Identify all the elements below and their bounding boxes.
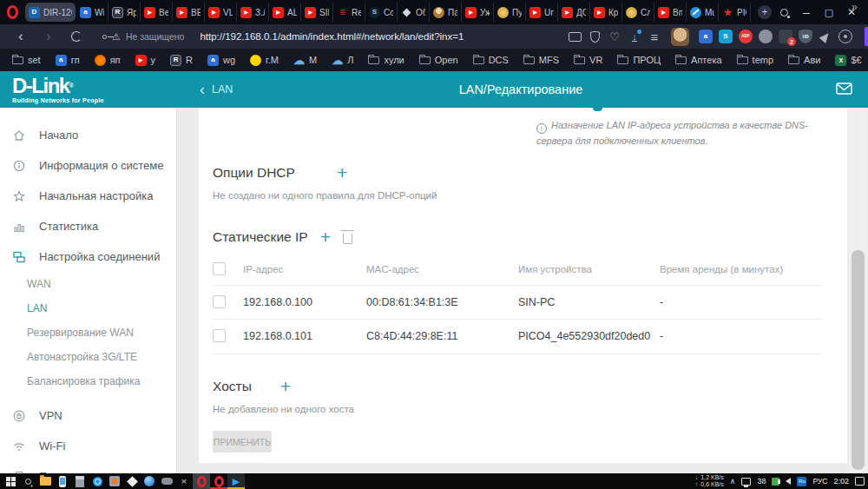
- bookmark-item[interactable]: $€: [835, 55, 861, 66]
- bookmark-heart-icon[interactable]: [608, 30, 621, 43]
- easy-setup-menu-icon[interactable]: [648, 30, 661, 43]
- extension-icon[interactable]: [759, 30, 773, 43]
- taskbar-app-button[interactable]: [89, 473, 106, 489]
- apply-button[interactable]: ПРИМЕНИТЬ: [213, 431, 272, 453]
- browser-tab[interactable]: BEY: [173, 3, 205, 22]
- bookmark-item[interactable]: wg: [207, 55, 235, 66]
- extension-with-badge-icon[interactable]: 2: [779, 30, 792, 43]
- browser-tab[interactable]: Win: [76, 3, 108, 22]
- add-static-ip-button[interactable]: [320, 228, 331, 246]
- browser-tab[interactable]: DIR-126: [25, 3, 76, 22]
- browser-tab[interactable]: Кру: [590, 3, 622, 22]
- sidebar-item-connections-setup[interactable]: Настройка соединений: [0, 241, 176, 272]
- scrollbar-thumb[interactable]: [852, 250, 865, 470]
- browser-tab[interactable]: Обз: [398, 3, 430, 22]
- sidebar-item-home[interactable]: Начало: [0, 120, 176, 150]
- bookmark-item[interactable]: DCS: [473, 55, 509, 65]
- forward-button[interactable]: ›: [39, 27, 58, 46]
- url-input[interactable]: http://192.168.0.1/admin/index.html#/net…: [200, 31, 568, 42]
- taskbar-app-button[interactable]: [106, 473, 123, 489]
- bookmark-item[interactable]: М: [293, 55, 317, 66]
- profile-avatar[interactable]: [671, 28, 689, 46]
- browser-tab[interactable]: SILE: [301, 3, 333, 22]
- bookmark-item[interactable]: хули: [368, 55, 404, 65]
- site-security-chip[interactable]: ⚠ Не защищено: [102, 31, 184, 43]
- bookmark-item[interactable]: Ави: [788, 55, 820, 65]
- reload-button[interactable]: [67, 27, 86, 46]
- mail-icon[interactable]: [836, 83, 852, 98]
- adblock-extension-icon[interactable]: [739, 30, 753, 43]
- bookmark-item[interactable]: MFS: [523, 55, 559, 65]
- taskbar-app-button[interactable]: [227, 473, 245, 489]
- sidebar-item-wan[interactable]: WAN: [0, 272, 176, 296]
- bookmark-item[interactable]: VR: [574, 55, 602, 65]
- browser-tab[interactable]: Пар: [430, 3, 462, 22]
- bookmark-item[interactable]: temp: [737, 55, 773, 65]
- browser-tab[interactable]: ALC: [269, 3, 301, 22]
- bookmark-item[interactable]: у: [135, 55, 156, 66]
- back-button[interactable]: ‹: [11, 27, 30, 46]
- taskbar-app-button[interactable]: [19, 473, 36, 489]
- bookmark-item[interactable]: R: [170, 55, 193, 66]
- network-tray-icon[interactable]: [741, 478, 751, 486]
- clock[interactable]: 2:02: [833, 477, 849, 486]
- sidebar-item-statistics[interactable]: Статистика: [0, 211, 176, 241]
- browser-tab[interactable]: Bey: [141, 3, 173, 22]
- browser-tab[interactable]: З.Л: [237, 3, 269, 22]
- browser-tab[interactable]: Яро: [108, 3, 141, 22]
- taskbar-app-button[interactable]: [193, 473, 210, 489]
- sidebar-item-traffic-balancing[interactable]: Балансировка трафика: [0, 369, 176, 393]
- browser-tab[interactable]: Unt: [526, 3, 558, 22]
- bookmark-item[interactable]: Аптека: [675, 55, 722, 65]
- language-indicator[interactable]: РУС: [812, 477, 827, 486]
- taskbar-app-button[interactable]: [123, 473, 141, 489]
- row-checkbox[interactable]: [213, 295, 226, 308]
- bookmark-item[interactable]: Open: [419, 55, 458, 65]
- add-dhcp-option-button[interactable]: [337, 163, 347, 182]
- action-center-icon[interactable]: [855, 477, 865, 486]
- taskbar-app-button[interactable]: [54, 473, 71, 489]
- sidebar-item-3g-lte[interactable]: Автонастройка 3G/LTE: [0, 345, 176, 369]
- tray-expand-chevron[interactable]: [730, 477, 736, 486]
- sidebar-item-initial-setup[interactable]: Начальная настройка: [0, 181, 176, 211]
- speaker-icon[interactable]: [786, 478, 791, 485]
- taskbar-app-button[interactable]: [158, 473, 175, 489]
- browser-tab[interactable]: Впе: [654, 3, 687, 22]
- sidebar-item-system-info[interactable]: Информация о системе: [0, 150, 176, 181]
- wheel-extension-icon[interactable]: [838, 30, 852, 43]
- taskbar-app-button[interactable]: [71, 473, 89, 489]
- bookmark-item[interactable]: set: [12, 55, 41, 65]
- taskbar-app-button[interactable]: [36, 473, 54, 489]
- opera-logo-icon[interactable]: [7, 5, 18, 19]
- bookmark-item[interactable]: Л: [332, 55, 353, 66]
- rocket-extension-icon[interactable]: [819, 30, 832, 43]
- bookmark-item[interactable]: гп: [56, 55, 80, 66]
- sidebar-item-lan[interactable]: LAN: [0, 296, 176, 320]
- row-checkbox[interactable]: [213, 329, 226, 342]
- browser-tab[interactable]: Mus: [687, 3, 719, 22]
- taskbar-app-button[interactable]: [175, 473, 193, 489]
- shield-icon[interactable]: [588, 30, 602, 43]
- language-badge-icon[interactable]: Ru: [797, 477, 806, 486]
- browser-tab[interactable]: Ужа: [462, 3, 494, 22]
- sidebar-item-wifi[interactable]: Wi-Fi: [0, 431, 176, 461]
- browser-tab[interactable]: VLA: [205, 3, 237, 22]
- snapshot-icon[interactable]: [568, 30, 582, 43]
- ud-shield-extension-icon[interactable]: [799, 30, 812, 43]
- tab-search-icon[interactable]: [773, 3, 795, 22]
- browser-tab[interactable]: Пут: [494, 3, 526, 22]
- browser-tab[interactable]: Res: [333, 3, 365, 22]
- sidebar-item-vpn[interactable]: VPN: [0, 400, 176, 431]
- browser-tab[interactable]: PICO: [719, 3, 751, 22]
- window-maximize-button[interactable]: [818, 3, 840, 22]
- taskbar-app-button[interactable]: [141, 473, 158, 489]
- taskbar-app-button[interactable]: [2, 473, 19, 489]
- steam-extension-icon[interactable]: [719, 30, 733, 43]
- downloads-icon[interactable]: [628, 30, 641, 43]
- translate-extension-icon[interactable]: [699, 30, 713, 43]
- bookmarks-overflow-chevron[interactable]: [852, 0, 858, 13]
- new-tab-button[interactable]: [758, 5, 772, 19]
- browser-tab[interactable]: ДОЗ: [558, 3, 590, 22]
- browser-tab[interactable]: Слу: [622, 3, 654, 22]
- bookmark-item[interactable]: яп: [95, 55, 121, 66]
